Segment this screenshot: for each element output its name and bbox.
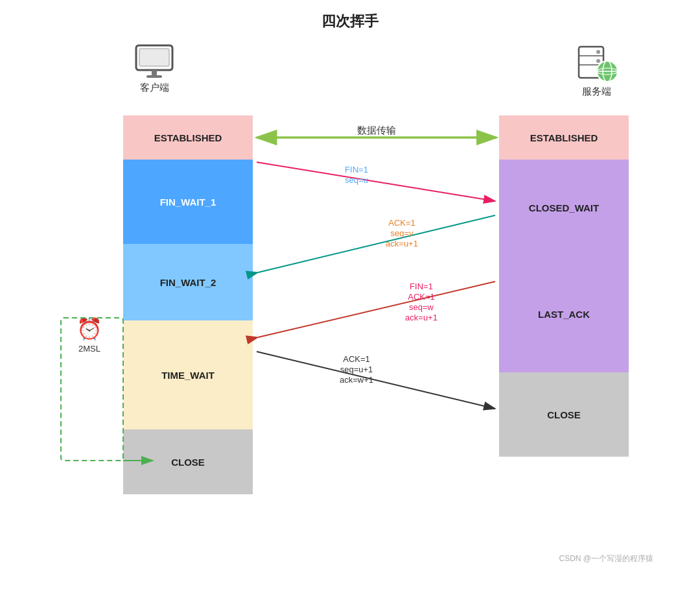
state-fin-wait-2: FIN_WAIT_2	[123, 244, 253, 320]
svg-text:seq=v: seq=v	[390, 228, 414, 238]
svg-text:seq=w: seq=w	[409, 302, 434, 312]
monitor-svg	[134, 44, 175, 79]
diagram-container: 四次挥手 客户端	[0, 0, 700, 589]
data-transfer-label: 数据传输	[357, 125, 396, 136]
state-fin-wait-1: FIN_WAIT_1	[123, 160, 253, 244]
state-established-left: ESTABLISHED	[123, 115, 253, 160]
svg-text:ack=w+1: ack=w+1	[340, 375, 373, 385]
svg-rect-2	[152, 70, 157, 75]
svg-text:ack=u+1: ack=u+1	[405, 313, 438, 322]
server-label: 服务端	[570, 86, 622, 98]
svg-rect-1	[139, 49, 169, 66]
timer-area: ⏰ 2MSL	[57, 317, 122, 354]
state-closed-wait: CLOSED_WAIT	[499, 160, 629, 256]
timer-label: 2MSL	[57, 344, 122, 354]
server-icon: 服务端	[570, 44, 622, 98]
svg-text:seq=u: seq=u	[345, 175, 368, 185]
page-title: 四次挥手	[321, 12, 379, 31]
svg-text:FIN=1: FIN=1	[410, 282, 433, 291]
server-svg-icon	[574, 44, 619, 83]
svg-text:FIN=1: FIN=1	[345, 165, 368, 174]
state-established-right: ESTABLISHED	[499, 115, 629, 160]
watermark: CSDN @一个写湿的程序猿	[559, 553, 653, 564]
main-area: 客户端 服务端 ESTABLISHED	[39, 38, 661, 570]
svg-point-8	[596, 59, 600, 63]
svg-text:ACK=1: ACK=1	[408, 292, 435, 302]
svg-line-29	[258, 282, 495, 337]
clock-icon: ⏰	[57, 317, 122, 341]
svg-line-25	[258, 215, 495, 272]
svg-line-22	[257, 162, 495, 201]
state-close-left: CLOSE	[123, 429, 253, 494]
svg-text:ACK=1: ACK=1	[388, 218, 415, 228]
svg-rect-3	[146, 75, 162, 78]
svg-line-34	[257, 352, 495, 409]
svg-text:seq=u+1: seq=u+1	[340, 365, 373, 374]
client-icon: 客户端	[128, 44, 180, 94]
state-close-right: CLOSE	[499, 372, 629, 457]
svg-text:ack=u+1: ack=u+1	[386, 239, 418, 248]
state-time-wait: TIME_WAIT	[123, 320, 253, 429]
svg-text:ACK=1: ACK=1	[343, 354, 370, 364]
state-last-ack: LAST_ACK	[499, 256, 629, 372]
svg-point-7	[596, 50, 600, 54]
client-label: 客户端	[128, 82, 180, 94]
